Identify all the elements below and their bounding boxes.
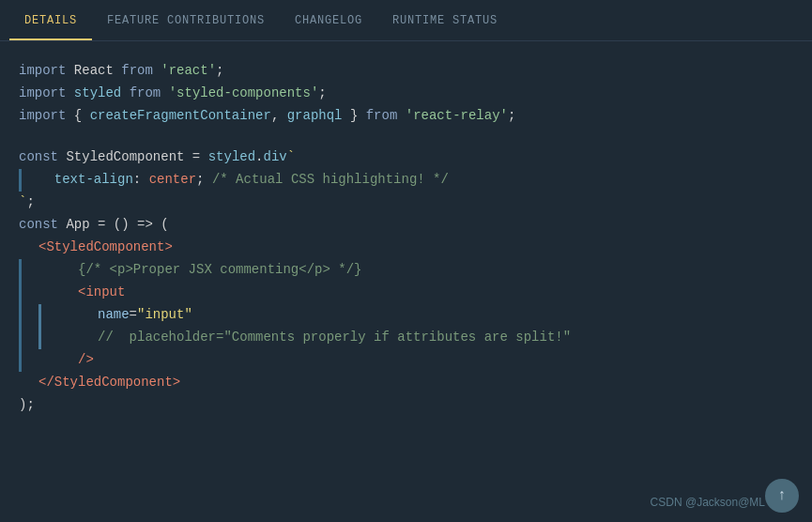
scroll-top-button[interactable]: ↑ [765, 479, 799, 513]
tab-bar: DETAILS FEATURE CONTRIBUTIONS CHANGELOG … [0, 0, 812, 41]
table-row: const App = () => ( [19, 214, 812, 237]
table-row: `; [19, 192, 812, 214]
table-row: // placeholder="Comments properly if att… [19, 327, 812, 349]
table-row: name="input" [19, 304, 812, 327]
table-row: import styled from 'styled-components'; [19, 83, 812, 105]
table-row: {/* <p>Proper JSX commenting</p> */} [19, 259, 812, 282]
tab-feature-contributions[interactable]: FEATURE CONTRIBUTIONS [92, 3, 280, 40]
table-row [19, 128, 812, 146]
table-row: const StyledComponent = styled.div` [19, 146, 812, 169]
table-row: </StyledComponent> [19, 372, 812, 394]
table-row: import React from 'react'; [19, 60, 812, 83]
table-row: ); [19, 394, 812, 417]
table-row: <input [19, 282, 812, 304]
tab-details[interactable]: DETAILS [9, 3, 92, 40]
tab-changelog[interactable]: CHANGELOG [280, 3, 377, 40]
watermark: CSDN @Jackson@ML [651, 496, 765, 509]
table-row: text-align: center; /* Actual CSS highli… [19, 169, 812, 192]
table-row: <StyledComponent> [19, 237, 812, 259]
code-editor: import React from 'react';import styled … [0, 41, 812, 522]
table-row: /> [19, 349, 812, 372]
tab-runtime-status[interactable]: RUNTIME STATUS [377, 3, 513, 40]
table-row: import { createFragmentContainer, graphq… [19, 105, 812, 128]
